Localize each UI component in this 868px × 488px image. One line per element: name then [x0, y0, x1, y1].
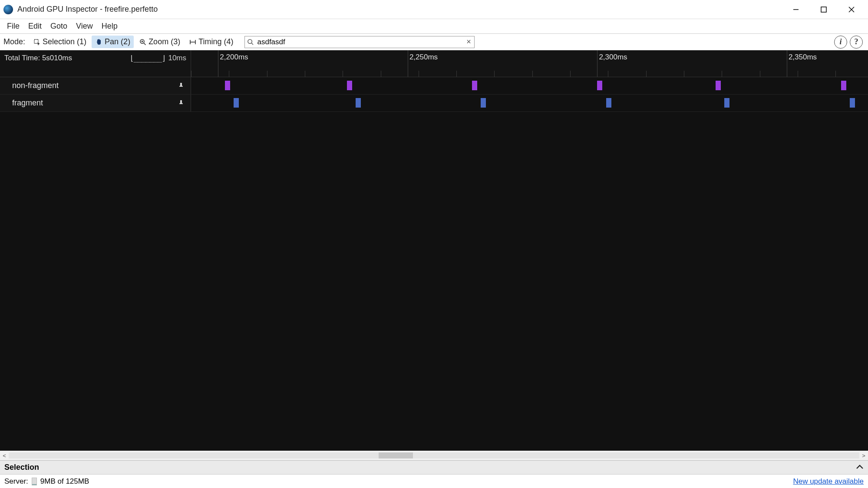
window-controls: [788, 3, 865, 16]
svg-rect-1: [821, 7, 826, 12]
tracks: non-fragmentfragment: [0, 77, 868, 112]
track-label[interactable]: non-fragment: [0, 77, 191, 94]
ruler-tick-label: 2,300ms: [599, 53, 627, 62]
menu-view[interactable]: View: [72, 20, 97, 33]
timeline-body[interactable]: [0, 112, 868, 451]
ruler-tick-label: 2,250ms: [409, 53, 438, 62]
toolbar: Mode: Selection (1)Pan (2)Zoom (3)Timing…: [0, 34, 868, 50]
svg-point-12: [248, 39, 252, 43]
info-button[interactable]: i: [834, 36, 847, 49]
close-button[interactable]: [844, 3, 859, 16]
horizontal-scrollbar[interactable]: < >: [0, 451, 868, 460]
timeline-block[interactable]: [716, 81, 721, 90]
help-button[interactable]: ?: [850, 36, 863, 49]
timeline-block[interactable]: [481, 98, 486, 108]
search-input[interactable]: [255, 37, 463, 47]
ruler-tick-label: 2,200ms: [220, 53, 248, 62]
timeline-block[interactable]: [356, 98, 361, 108]
svg-line-6: [144, 43, 146, 45]
titlebar: Android GPU Inspector - freefire.perfett…: [0, 0, 868, 19]
selection-panel-title: Selection: [4, 463, 39, 472]
app-icon: [3, 5, 13, 14]
total-time-label: Total Time: 5s010ms: [4, 54, 72, 62]
search-box: ×: [244, 36, 475, 48]
pan-icon: [95, 38, 103, 46]
search-icon: [245, 39, 255, 45]
tool-timing[interactable]: Timing (4): [185, 36, 237, 48]
track-lane[interactable]: [191, 95, 868, 111]
timeline-block[interactable]: [472, 81, 477, 90]
pin-icon[interactable]: [178, 82, 185, 89]
tool-zoom[interactable]: Zoom (3): [135, 36, 184, 48]
timeline-block[interactable]: [841, 81, 846, 90]
scroll-left-arrow[interactable]: <: [0, 452, 9, 459]
mode-label: Mode:: [3, 37, 25, 46]
timeline-block[interactable]: [606, 98, 611, 108]
memory-text: 9MB of 125MB: [40, 477, 89, 486]
minimize-button[interactable]: [788, 3, 804, 16]
svg-line-13: [251, 43, 253, 45]
menu-goto[interactable]: Goto: [46, 20, 72, 33]
window-title: Android GPU Inspector - freefire.perfett…: [17, 5, 788, 14]
menu-edit[interactable]: Edit: [24, 20, 46, 33]
track-label[interactable]: fragment: [0, 95, 191, 111]
menubar: FileEditGotoViewHelp: [0, 19, 868, 34]
tool-selection[interactable]: Selection (1): [30, 36, 90, 48]
timeline-block[interactable]: [347, 81, 352, 90]
scale-value: 10ms: [168, 54, 186, 62]
track-lane[interactable]: [191, 77, 868, 94]
menu-help[interactable]: Help: [97, 20, 122, 33]
scroll-thumb[interactable]: [379, 452, 413, 459]
timeline-block[interactable]: [850, 98, 855, 108]
update-link[interactable]: New update available: [793, 477, 864, 486]
timeline: Total Time: 5s010ms ⌊_______⌋ 10ms 2,200…: [0, 50, 868, 451]
server-label: Server:: [4, 477, 28, 486]
ruler-tick-label: 2,350ms: [789, 53, 817, 62]
track-row[interactable]: non-fragment: [0, 77, 868, 95]
timing-icon: [189, 38, 197, 46]
timeline-block[interactable]: [225, 81, 230, 90]
statusbar: Server: 9MB of 125MB New update availabl…: [0, 474, 868, 488]
timeline-block[interactable]: [234, 98, 239, 108]
scale-indicator: ⌊_______⌋ 10ms: [129, 54, 186, 62]
maximize-button[interactable]: [816, 3, 832, 16]
zoom-icon: [139, 38, 147, 46]
pin-icon[interactable]: [178, 100, 185, 107]
track-row[interactable]: fragment: [0, 95, 868, 112]
scroll-right-arrow[interactable]: >: [859, 452, 868, 459]
selection-icon: [33, 38, 41, 46]
tool-pan[interactable]: Pan (2): [92, 36, 134, 48]
timeline-ruler: Total Time: 5s010ms ⌊_______⌋ 10ms 2,200…: [0, 50, 868, 77]
selection-panel: Selection: [0, 460, 868, 474]
scroll-track[interactable]: [9, 452, 859, 459]
menu-file[interactable]: File: [3, 20, 24, 33]
timeline-block[interactable]: [597, 81, 602, 90]
selection-collapse-icon[interactable]: [856, 463, 864, 472]
timeline-block[interactable]: [724, 98, 729, 108]
search-clear-icon[interactable]: ×: [463, 37, 474, 46]
memory-gauge: [32, 478, 37, 485]
